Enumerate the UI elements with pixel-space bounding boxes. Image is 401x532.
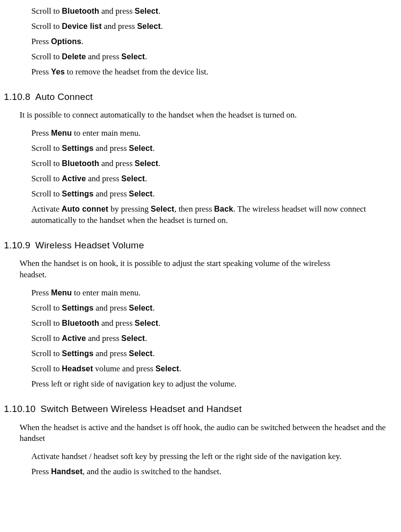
ui-label: Select xyxy=(121,174,145,183)
section-paragraph: When the headset is active and the hands… xyxy=(20,422,392,445)
text: and press xyxy=(86,334,121,343)
ui-label: Back xyxy=(214,205,233,213)
text: . xyxy=(158,6,160,16)
text: and press xyxy=(99,6,135,16)
step: Press Handset, and the audio is switched… xyxy=(31,466,397,478)
text: and press xyxy=(86,52,121,61)
text: . xyxy=(153,144,155,153)
text: . xyxy=(153,349,155,358)
ui-label: Delete xyxy=(62,52,86,61)
text: and press xyxy=(102,22,137,31)
ui-label: Handset xyxy=(51,467,83,476)
ui-label: Menu xyxy=(51,129,72,137)
section-heading-auto-connect: 1.10.8Auto Connect xyxy=(4,91,397,103)
text: , and the audio is switched to the hands… xyxy=(83,467,221,476)
ui-label: Select xyxy=(151,205,174,213)
section-number: 1.10.9 xyxy=(4,240,30,250)
ui-label: Auto connet xyxy=(62,205,109,213)
ui-label: Settings xyxy=(62,144,94,152)
text: Scroll to xyxy=(31,174,62,183)
step: Scroll to Bluetooth and press Select. xyxy=(31,6,397,17)
text: , then press xyxy=(174,204,214,214)
text: . xyxy=(179,364,181,373)
step: Press Menu to enter main menu. xyxy=(31,288,397,299)
ui-label: Active xyxy=(62,334,86,342)
text: . xyxy=(158,159,160,168)
step: Activate handset / headset soft key by p… xyxy=(31,451,397,462)
ui-label: Bluetooth xyxy=(62,319,99,327)
text: Scroll to xyxy=(31,189,62,198)
text: Press xyxy=(31,37,51,46)
ui-label: Bluetooth xyxy=(62,7,99,15)
text: Scroll to xyxy=(31,6,62,16)
text: . xyxy=(145,174,147,183)
step: Activate Auto connet by pressing Select,… xyxy=(31,204,397,226)
text: and press xyxy=(94,303,129,313)
text: . xyxy=(145,52,147,61)
text: by pressing xyxy=(108,204,150,214)
section-paragraph: It is possible to connect automatically … xyxy=(20,110,392,121)
text: and press xyxy=(94,144,129,153)
text: Scroll to xyxy=(31,334,62,343)
ui-label: Select xyxy=(135,159,158,168)
text: and press xyxy=(86,174,121,183)
section-heading-wireless-headset-volume: 1.10.9Wireless Headset Volume xyxy=(4,239,397,252)
text: and press xyxy=(94,349,129,358)
step: Scroll to Settings and press Select. xyxy=(31,303,397,314)
ui-label: Select xyxy=(129,304,152,312)
step: Scroll to Active and press Select. xyxy=(31,333,397,344)
text: and press xyxy=(99,318,135,328)
step: Scroll to Settings and press Select. xyxy=(31,348,397,360)
ui-label: Select xyxy=(135,319,158,327)
step: Scroll to Headset volume and press Selec… xyxy=(31,363,397,375)
text: Scroll to xyxy=(31,303,62,313)
step: Scroll to Settings and press Select. xyxy=(31,189,397,200)
ui-label: Select xyxy=(137,22,161,30)
step: Scroll to Bluetooth and press Select. xyxy=(31,158,397,169)
ui-label: Options xyxy=(51,37,81,46)
text: Press xyxy=(31,67,51,76)
text: Scroll to xyxy=(31,22,62,31)
text: to enter main menu. xyxy=(72,128,141,138)
text: Scroll to xyxy=(31,144,62,153)
ui-label: Settings xyxy=(62,190,94,198)
ui-label: Select xyxy=(129,349,152,358)
text: Press xyxy=(31,128,51,138)
text: . xyxy=(158,318,160,328)
ui-label: Settings xyxy=(62,304,94,312)
step: Press Yes to remove the headset from the… xyxy=(31,67,397,78)
ui-label: Select xyxy=(155,364,179,373)
section-title: Auto Connect xyxy=(35,92,93,102)
text: . xyxy=(153,189,155,198)
section-title: Wireless Headset Volume xyxy=(35,240,144,250)
text: Scroll to xyxy=(31,349,62,358)
section-number: 1.10.10 xyxy=(4,404,36,414)
section-number: 1.10.8 xyxy=(4,92,30,102)
text: . xyxy=(145,334,147,343)
section-paragraph: When the handset is on hook, it is possi… xyxy=(20,258,333,281)
step: Scroll to Bluetooth and press Select. xyxy=(31,318,397,329)
ui-label: Headset xyxy=(62,364,93,373)
ui-label: Menu xyxy=(51,289,72,297)
text: Press xyxy=(31,467,51,476)
ui-label: Active xyxy=(62,174,86,183)
text: Scroll to xyxy=(31,159,62,168)
ui-label: Yes xyxy=(51,68,65,76)
ui-label: Bluetooth xyxy=(62,159,99,168)
text: to remove the headset from the device li… xyxy=(65,67,208,76)
text: . xyxy=(161,22,163,31)
ui-label: Select xyxy=(129,190,152,198)
step: Press Options. xyxy=(31,36,397,48)
text: and press xyxy=(99,159,135,168)
text: Press xyxy=(31,288,51,297)
text: . xyxy=(81,37,83,46)
ui-label: Select xyxy=(121,334,145,342)
text: Activate xyxy=(31,204,62,214)
step: Press left or right side of navigation k… xyxy=(31,379,397,390)
text: and press xyxy=(94,189,129,198)
ui-label: Select xyxy=(121,52,145,61)
ui-label: Device list xyxy=(62,22,101,30)
ui-label: Select xyxy=(135,7,158,15)
ui-label: Select xyxy=(129,144,152,152)
step: Scroll to Delete and press Select. xyxy=(31,51,397,63)
